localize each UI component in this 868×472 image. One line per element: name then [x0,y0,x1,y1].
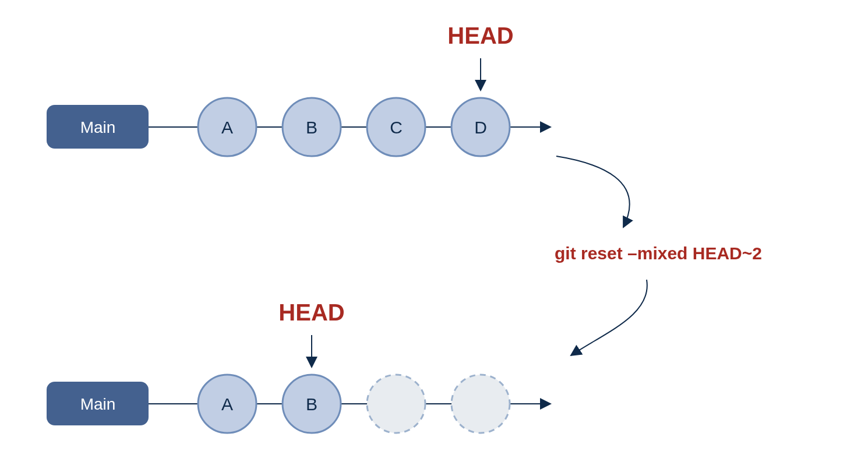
svg-point-12 [367,375,425,433]
svg-text:A: A [221,394,233,414]
commit-bottom-ghost-1 [367,375,425,433]
bottom-row: Main A B HEAD [47,300,551,433]
command-label: git reset –mixed HEAD~2 [555,244,762,263]
transition-arrow-lower [571,280,647,355]
svg-text:C: C [390,118,403,137]
head-label-bottom: HEAD [278,300,344,325]
branch-label-bottom: Main [80,395,116,413]
commit-top-B: B [283,98,341,156]
branch-label-top: Main [80,118,116,136]
head-label-top: HEAD [447,23,513,48]
commit-top-A: A [198,98,256,156]
svg-text:D: D [474,118,487,137]
commit-bottom-A: A [198,375,256,433]
commit-bottom-ghost-2 [451,375,510,433]
svg-point-13 [451,375,510,433]
commit-top-C: C [367,98,425,156]
git-reset-diagram: Main A B C D HEAD git reset –mixed HEAD~… [0,0,868,472]
top-row: Main A B C D HEAD [47,23,551,156]
svg-text:A: A [221,118,233,137]
commit-top-D: D [451,98,510,156]
commit-bottom-B: B [283,375,341,433]
svg-text:B: B [306,118,317,137]
svg-text:B: B [306,394,317,414]
transition-arrow-upper [556,156,630,227]
